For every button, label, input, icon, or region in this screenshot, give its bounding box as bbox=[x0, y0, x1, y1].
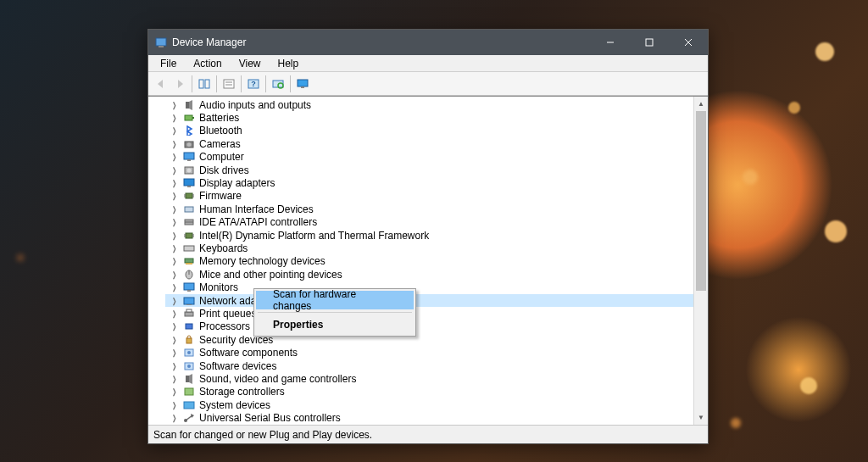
tree-node[interactable]: ❯Network adapt bbox=[165, 294, 708, 307]
svg-point-29 bbox=[187, 168, 192, 172]
tree-node[interactable]: ❯Security devices bbox=[165, 333, 708, 346]
expand-arrow-icon[interactable]: ❯ bbox=[172, 270, 178, 279]
expand-arrow-icon[interactable]: ❯ bbox=[172, 205, 178, 214]
scroll-track[interactable] bbox=[694, 111, 708, 410]
svg-rect-8 bbox=[199, 80, 203, 88]
tree-node[interactable]: ❯Bluetooth bbox=[165, 125, 708, 137]
tree-node[interactable]: ❯System devices bbox=[165, 398, 708, 411]
tree-node[interactable]: ❯Memory technology devices bbox=[165, 255, 708, 268]
chip-icon bbox=[182, 230, 196, 242]
ctx-properties[interactable]: Properties bbox=[256, 315, 414, 334]
expand-arrow-icon[interactable]: ❯ bbox=[172, 348, 178, 357]
help-button[interactable]: ? bbox=[244, 75, 263, 93]
svg-rect-48 bbox=[185, 259, 193, 263]
expand-arrow-icon[interactable]: ❯ bbox=[172, 362, 178, 370]
svg-rect-30 bbox=[184, 179, 194, 186]
monitor-icon bbox=[182, 281, 196, 293]
svg-rect-9 bbox=[205, 80, 209, 88]
tree-node[interactable]: ❯Universal Serial Bus controllers bbox=[165, 411, 708, 424]
maximize-button[interactable] bbox=[630, 30, 669, 55]
tree-node-label: IDE ATA/ATAPI controllers bbox=[199, 216, 317, 228]
tree-node[interactable]: ❯Monitors bbox=[165, 281, 708, 293]
vertical-scrollbar[interactable]: ▲ ▼ bbox=[693, 97, 708, 425]
expand-arrow-icon[interactable]: ❯ bbox=[172, 322, 178, 331]
back-button[interactable] bbox=[152, 75, 170, 93]
expand-arrow-icon[interactable]: ❯ bbox=[172, 297, 178, 305]
svg-marker-20 bbox=[189, 100, 192, 110]
svg-rect-40 bbox=[186, 233, 192, 238]
tree-node[interactable]: ❯Human Interface Devices bbox=[165, 203, 708, 215]
expand-arrow-icon[interactable]: ❯ bbox=[172, 126, 178, 135]
expand-arrow-icon[interactable]: ❯ bbox=[172, 375, 178, 383]
tree-node-label: System devices bbox=[199, 399, 270, 411]
menu-action[interactable]: Action bbox=[186, 56, 228, 71]
tree-node-label: Computer bbox=[199, 151, 244, 163]
mouse-icon bbox=[182, 269, 196, 281]
titlebar[interactable]: Device Manager bbox=[148, 30, 708, 55]
menubar: File Action View Help bbox=[148, 55, 708, 72]
expand-arrow-icon[interactable]: ❯ bbox=[172, 387, 178, 396]
expand-arrow-icon[interactable]: ❯ bbox=[172, 153, 178, 161]
svg-marker-65 bbox=[189, 374, 192, 384]
scroll-down-arrow[interactable]: ▼ bbox=[694, 410, 708, 425]
tree-node[interactable]: ❯Software devices bbox=[165, 359, 708, 372]
monitor-button[interactable] bbox=[293, 75, 312, 93]
tree-node[interactable]: ❯Display adapters bbox=[165, 176, 708, 189]
expand-arrow-icon[interactable]: ❯ bbox=[172, 114, 178, 122]
tree-node[interactable]: ❯Storage controllers bbox=[165, 386, 708, 398]
tree-node[interactable]: ❯Sound, video and game controllers bbox=[165, 372, 708, 385]
tree-node[interactable]: ❯Print queues bbox=[165, 307, 708, 320]
tree-node[interactable]: ❯Software components bbox=[165, 346, 708, 359]
tree-node[interactable]: ❯Audio inputs and outputs bbox=[165, 98, 708, 111]
tree-node[interactable]: ❯Batteries bbox=[165, 111, 708, 124]
menu-help[interactable]: Help bbox=[271, 56, 306, 71]
expand-arrow-icon[interactable]: ❯ bbox=[172, 257, 178, 265]
tree-node[interactable]: ❯Disk drives bbox=[165, 164, 708, 176]
tree-node[interactable]: ❯IDE ATA/ATAPI controllers bbox=[165, 216, 708, 229]
svg-rect-0 bbox=[156, 38, 166, 46]
svg-rect-55 bbox=[186, 304, 192, 305]
menu-view[interactable]: View bbox=[232, 56, 268, 71]
tree-node[interactable]: ❯Computer bbox=[165, 151, 708, 164]
window-title: Device Manager bbox=[172, 36, 246, 48]
expand-arrow-icon[interactable]: ❯ bbox=[172, 244, 178, 253]
scroll-thumb[interactable] bbox=[696, 111, 706, 291]
expand-arrow-icon[interactable]: ❯ bbox=[172, 179, 178, 187]
tree-node[interactable]: ❯Processors bbox=[165, 320, 708, 333]
expand-arrow-icon[interactable]: ❯ bbox=[172, 231, 178, 240]
close-button[interactable] bbox=[669, 30, 708, 55]
expand-arrow-icon[interactable]: ❯ bbox=[172, 414, 178, 422]
svg-marker-6 bbox=[158, 80, 163, 88]
expand-arrow-icon[interactable]: ❯ bbox=[172, 140, 178, 148]
ide-icon bbox=[182, 216, 196, 228]
tree-node[interactable]: ❯Firmware bbox=[165, 190, 708, 203]
scan-hardware-button[interactable] bbox=[269, 75, 287, 93]
device-tree[interactable]: ❯Audio inputs and outputs❯Batteries❯Blue… bbox=[148, 97, 708, 425]
expand-arrow-icon[interactable]: ❯ bbox=[172, 336, 178, 344]
tree-node[interactable]: ❯Keyboards bbox=[165, 242, 708, 254]
expand-arrow-icon[interactable]: ❯ bbox=[172, 192, 178, 200]
show-hide-console-button[interactable] bbox=[195, 75, 214, 93]
expand-arrow-icon[interactable]: ❯ bbox=[172, 218, 178, 226]
properties-button[interactable] bbox=[220, 75, 238, 93]
expand-arrow-icon[interactable]: ❯ bbox=[172, 401, 178, 409]
scroll-up-arrow[interactable]: ▲ bbox=[694, 97, 708, 111]
minimize-button[interactable] bbox=[591, 30, 630, 55]
battery-icon bbox=[182, 112, 196, 124]
expand-arrow-icon[interactable]: ❯ bbox=[172, 283, 178, 292]
expand-arrow-icon[interactable]: ❯ bbox=[172, 101, 178, 109]
ctx-scan-hardware[interactable]: Scan for hardware changes bbox=[256, 291, 414, 309]
tree-node[interactable]: ❯Cameras bbox=[165, 137, 708, 150]
tree-node-label: Storage controllers bbox=[199, 386, 285, 398]
forward-button[interactable] bbox=[170, 75, 189, 93]
expand-arrow-icon[interactable]: ❯ bbox=[172, 309, 178, 318]
expand-arrow-icon[interactable]: ❯ bbox=[172, 166, 178, 175]
svg-rect-3 bbox=[646, 39, 653, 46]
tree-node[interactable]: ❯Intel(R) Dynamic Platform and Thermal F… bbox=[165, 229, 708, 242]
menu-file[interactable]: File bbox=[153, 56, 183, 71]
svg-rect-52 bbox=[184, 283, 194, 290]
tree-node[interactable]: ❯Mice and other pointing devices bbox=[165, 268, 708, 281]
monitor-icon bbox=[182, 151, 196, 163]
svg-marker-23 bbox=[187, 126, 192, 136]
context-menu: Scan for hardware changes Properties bbox=[253, 288, 416, 337]
